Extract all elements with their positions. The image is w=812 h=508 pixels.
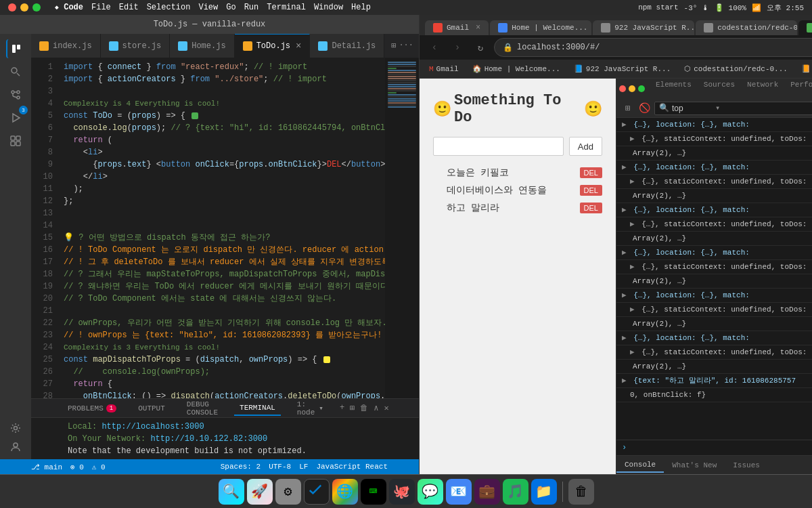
add-panel-icon[interactable]: +	[340, 403, 344, 413]
chrome-tab-home[interactable]: Home | Welcome... ×	[490, 20, 591, 35]
split-panel-icon[interactable]: ⊞	[350, 403, 355, 413]
close-panel-icon[interactable]: ✕	[384, 403, 389, 413]
devtools-bottom-tab-issues[interactable]: Issues	[725, 459, 768, 472]
dock-github[interactable]: 🐙	[389, 479, 415, 505]
terminal-local-url[interactable]: http://localhost:3000	[102, 422, 204, 431]
terminal-network-url[interactable]: http://10.10.122.82:3000	[150, 434, 267, 444]
panel-tab-terminal[interactable]: TERMINAL	[234, 401, 281, 416]
todo-add-button[interactable]: Add	[569, 137, 602, 156]
log-expand-icon[interactable]: ▶	[630, 263, 635, 271]
dt-max[interactable]	[638, 85, 645, 92]
dock-vscode[interactable]	[304, 479, 330, 505]
menu-edit[interactable]: Edit	[119, 3, 139, 12]
log-expand-icon[interactable]: ▶	[622, 206, 627, 214]
log-expand-icon[interactable]: ▶	[630, 305, 635, 314]
devtools-tab-performance[interactable]: Performance	[785, 79, 812, 98]
code-content[interactable]: import { connect } from "react-redux"; /…	[58, 58, 385, 398]
back-button[interactable]: ‹	[425, 38, 444, 57]
debug-icon[interactable]: 3	[6, 108, 25, 127]
bookmark-js[interactable]: 📘 922 JavaScript R...	[570, 63, 675, 75]
dock-chrome[interactable]: 🌐	[332, 479, 358, 505]
maximize-button[interactable]	[32, 3, 41, 12]
tab-todo-js[interactable]: ToDo.js ×	[235, 34, 311, 58]
devtools-tab-elements[interactable]: Elements	[650, 79, 697, 98]
menu-run[interactable]: Run	[244, 3, 259, 12]
dock-trash[interactable]: 🗑	[568, 479, 594, 505]
devtools-bottom-tab-whatsnew[interactable]: What's New	[664, 459, 725, 472]
bookmark-gmail[interactable]: M Gmail	[425, 64, 463, 75]
chevron-up-icon[interactable]: ∧	[374, 403, 378, 413]
extensions-icon[interactable]	[6, 131, 25, 150]
log-expand-icon[interactable]: ▶	[630, 220, 635, 228]
dock-launchpad[interactable]: 🚀	[247, 479, 273, 505]
panel-tab-output[interactable]: OUTPUT	[133, 402, 171, 415]
todo-input[interactable]	[433, 137, 564, 156]
dock-finder[interactable]: 🔍	[219, 479, 244, 505]
todo-delete-button-2[interactable]: DEL	[580, 185, 602, 196]
log-expand-icon[interactable]: ▶	[630, 177, 635, 186]
line-ending-indicator[interactable]: LF	[299, 463, 308, 471]
split-editor-icon[interactable]: ⊞	[391, 41, 396, 51]
todo-delete-button-3[interactable]: DEL	[580, 203, 602, 213]
tab-close-icon[interactable]: ×	[296, 41, 301, 51]
menu-view[interactable]: View	[198, 3, 218, 12]
dock-slack[interactable]: 💼	[474, 479, 500, 505]
menu-file[interactable]: File	[91, 3, 111, 12]
account-icon[interactable]	[6, 438, 25, 457]
console-clear-button[interactable]: 🚫	[638, 102, 650, 114]
git-branch[interactable]: ⎇ main	[31, 463, 62, 471]
tab-home-js[interactable]: Home.js	[170, 34, 234, 58]
dock-spotify[interactable]: 🎵	[503, 479, 528, 505]
filter-dropdown-icon[interactable]: ▾	[715, 103, 720, 113]
panel-tab-node[interactable]: 1: node ▾	[292, 398, 329, 419]
close-button[interactable]	[8, 3, 16, 12]
console-filter-input[interactable]	[672, 104, 713, 113]
encoding-indicator[interactable]: UTF-8	[269, 463, 291, 471]
tab-detail-js[interactable]: Detail.js	[310, 34, 384, 58]
todo-delete-button-1[interactable]: DEL	[580, 167, 602, 178]
menu-help[interactable]: Help	[351, 3, 371, 12]
search-icon[interactable]	[6, 62, 25, 81]
devtools-tab-sources[interactable]: Sources	[698, 79, 740, 98]
reload-button[interactable]: ↻	[471, 38, 490, 57]
chrome-tab-localhost[interactable]: localhost:3000 ×	[798, 20, 812, 35]
devtools-sidebar-icon[interactable]: ⊞	[622, 102, 634, 114]
bookmark-js2[interactable]: 📙 JavaScript 1 : F...	[797, 63, 812, 75]
language-indicator[interactable]: JavaScript React	[316, 463, 388, 471]
forward-button[interactable]: ›	[448, 38, 467, 57]
panel-tab-problems[interactable]: PROBLEMS 1	[62, 402, 122, 415]
address-bar[interactable]: 🔒 localhost:3000/#/	[494, 38, 812, 57]
log-expand-icon[interactable]: ▶	[630, 135, 635, 143]
dock-preferences[interactable]: ⚙️	[275, 479, 301, 505]
menu-terminal[interactable]: Terminal	[267, 3, 306, 12]
chrome-tab-git[interactable]: codestation/redc-0...	[696, 20, 797, 35]
dock-terminal[interactable]: ⌨	[361, 479, 386, 505]
dock-mail[interactable]: 📧	[446, 479, 472, 505]
spaces-indicator[interactable]: Spaces: 2	[221, 463, 261, 471]
chrome-tab-gmail[interactable]: Gmail ×	[425, 20, 489, 35]
menu-selection[interactable]: Selection	[147, 3, 191, 12]
devtools-bottom-tab-console[interactable]: Console	[616, 458, 664, 473]
bookmark-git[interactable]: ⬡ codestation/redc-0...	[680, 63, 792, 75]
more-actions-icon[interactable]: ···	[399, 41, 413, 51]
settings-icon[interactable]	[6, 419, 25, 438]
log-expand-icon[interactable]: ▶	[622, 377, 627, 385]
dt-min[interactable]	[629, 85, 635, 92]
log-expand-icon[interactable]: ▶	[622, 291, 627, 299]
menu-go[interactable]: Go	[226, 3, 235, 12]
panel-tab-debug[interactable]: DEBUG CONSOLE	[181, 398, 223, 419]
log-expand-icon[interactable]: ▶	[622, 334, 627, 342]
explorer-icon[interactable]	[6, 39, 25, 58]
devtools-tab-network[interactable]: Network	[742, 79, 784, 98]
tab-store-js[interactable]: store.js	[101, 34, 171, 58]
tab-index-js[interactable]: index.js	[31, 34, 101, 58]
minimize-button[interactable]	[20, 3, 28, 12]
source-control-icon[interactable]	[6, 85, 25, 104]
dt-close[interactable]	[619, 85, 626, 92]
chrome-tab-close[interactable]: ×	[476, 23, 480, 33]
menu-window[interactable]: Window	[314, 3, 343, 12]
log-expand-icon[interactable]: ▶	[622, 121, 627, 129]
dock-files[interactable]: 📁	[531, 479, 557, 505]
chrome-tab-js[interactable]: 922 JavaScript R...	[593, 20, 694, 35]
log-expand-icon[interactable]: ▶	[622, 163, 627, 171]
